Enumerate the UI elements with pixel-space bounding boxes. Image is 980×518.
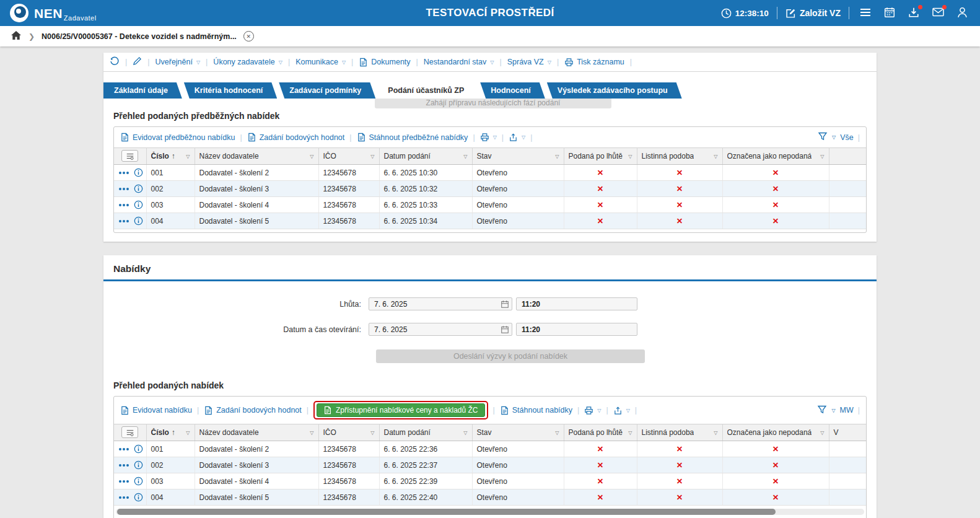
column-header-datum-podani[interactable]: Datum podání▽ <box>379 148 472 165</box>
table-row[interactable]: 004Dodavatel - školení 5123456786. 6. 20… <box>114 489 866 506</box>
print-button[interactable]: ▽ <box>584 406 601 415</box>
toolbar-item-sprava-vz[interactable]: Správa VZ▽ <box>507 58 551 66</box>
close-record-icon[interactable]: ✕ <box>243 31 254 42</box>
action-stahnout-nabidky[interactable]: Stáhnout nabídky <box>500 406 572 415</box>
downloads-button[interactable] <box>906 5 922 21</box>
table-row[interactable]: 001Dodavatel - školení 2123456786. 6. 20… <box>114 165 866 181</box>
create-vz-button[interactable]: Založit VZ <box>785 8 841 19</box>
row-menu-icon[interactable] <box>119 464 129 467</box>
profile-button[interactable] <box>954 5 970 21</box>
messages-button[interactable] <box>930 5 946 21</box>
info-icon[interactable] <box>134 200 143 209</box>
toolbar-item-uverejneni[interactable]: Uveřejnění▽ <box>155 58 201 66</box>
tab-hodnoceni[interactable]: Hodnocení <box>480 82 545 99</box>
column-header-ico[interactable]: IČO▽ <box>318 424 379 441</box>
menu-button[interactable] <box>857 5 873 21</box>
row-menu-icon[interactable] <box>119 220 129 222</box>
export-button[interactable]: ▽ <box>509 133 525 142</box>
filter-caret-icon[interactable]: ▽ <box>463 430 467 436</box>
tab-vysledek-zadavaciho-postupu[interactable]: Výsledek zadávacího postupu <box>547 82 682 99</box>
tab-zakladni-udaje[interactable]: Základní údaje <box>103 82 182 99</box>
action-zpristupneni-nabidkove-ceny-a-nakladu-zc[interactable]: Zpřístupnění nabídkové ceny a nákladů ŽC <box>317 403 484 417</box>
info-icon[interactable] <box>134 476 143 486</box>
filter-caret-icon[interactable]: ▽ <box>555 154 559 159</box>
table-row[interactable]: 001Dodavatel - školení 2123456786. 6. 20… <box>114 441 866 457</box>
tab-kriteria-hodnoceni[interactable]: Kritéria hodnocení <box>184 82 277 99</box>
toolbar-item-dokumenty[interactable]: Dokumenty <box>359 58 410 67</box>
filter-caret-icon[interactable]: ▽ <box>463 154 467 159</box>
filter-caret-icon[interactable]: ▽ <box>820 430 824 436</box>
scrollbar-thumb[interactable] <box>117 509 776 515</box>
view-caret-icon[interactable]: ▽ <box>831 408 835 413</box>
info-icon[interactable] <box>134 444 143 454</box>
action-evidovat-predbeznou-nabidku[interactable]: Evidovat předběžnou nabídku <box>120 133 235 142</box>
column-header-cislo[interactable]: Číslo↑▽ <box>146 424 195 441</box>
table-row[interactable]: 002Dodavatel - školení 3123456786. 6. 20… <box>114 181 866 197</box>
info-icon[interactable] <box>134 216 143 226</box>
calendar-button[interactable] <box>882 5 898 21</box>
column-header-stav[interactable]: Stav▽ <box>472 148 564 165</box>
start-next-phase-button-disabled[interactable]: Zahájí přípravu následujících fází podán… <box>375 99 611 108</box>
nen-logo[interactable]: NEN Zadavatel <box>10 4 97 22</box>
toolbar-item-komunikace[interactable]: Komunikace▽ <box>295 58 346 66</box>
view-caret-icon[interactable]: ▽ <box>832 134 836 140</box>
action-zadani-bodovych-hodnot[interactable]: Zadání bodových hodnot <box>204 406 302 415</box>
toolbar-item-nestandardni-stav[interactable]: Nestandardní stav▽ <box>424 58 494 66</box>
history-back-button[interactable] <box>110 56 120 68</box>
column-header-podana-po-lhute[interactable]: Podaná po lhůtě▽ <box>564 148 637 165</box>
view-selector[interactable]: MW <box>840 406 854 415</box>
column-header-listinna-podoba[interactable]: Listinná podoba▽ <box>637 148 722 165</box>
column-header-oznacena-jako-nepodana[interactable]: Označena jako nepodaná▽ <box>722 148 829 165</box>
column-settings-icon[interactable] <box>121 426 138 438</box>
row-menu-icon[interactable] <box>119 172 129 174</box>
info-icon[interactable] <box>134 184 143 193</box>
deadline-time-field[interactable]: 11:20 <box>516 297 637 310</box>
calendar-icon[interactable] <box>501 300 509 309</box>
column-header-cislo[interactable]: Číslo↑▽ <box>146 148 195 165</box>
row-menu-icon[interactable] <box>119 480 129 483</box>
filter-button[interactable] <box>817 405 827 416</box>
column-header-datum-podani[interactable]: Datum podání▽ <box>379 424 472 441</box>
table-row[interactable]: 003Dodavatel - školení 4123456786. 6. 20… <box>114 197 866 213</box>
info-icon[interactable] <box>134 460 143 470</box>
filter-caret-icon[interactable]: ▽ <box>628 430 632 436</box>
breadcrumb-record[interactable]: N006/25/V00005367 - Detekce vozidel s na… <box>42 32 237 41</box>
filter-caret-icon[interactable]: ▽ <box>628 154 632 159</box>
opening-date-field[interactable]: 7. 6. 2025 <box>369 323 512 336</box>
print-button[interactable]: ▽ <box>480 133 497 142</box>
table-row[interactable]: 004Dodavatel - školení 5123456786. 6. 20… <box>114 213 866 229</box>
column-header-ico[interactable]: IČO▽ <box>318 148 379 165</box>
row-menu-icon[interactable] <box>119 448 129 450</box>
info-icon[interactable] <box>134 493 143 502</box>
filter-caret-icon[interactable]: ▽ <box>370 154 374 159</box>
column-settings-icon[interactable] <box>121 150 138 162</box>
view-selector[interactable]: Vše <box>840 133 854 142</box>
info-icon[interactable] <box>134 168 143 177</box>
action-stahnout-predbezne-nabidky[interactable]: Stáhnout předběžné nabídky <box>357 133 468 142</box>
toolbar-item-tisk-zaznamu[interactable]: Tisk záznamu <box>564 58 624 67</box>
table-row[interactable]: 002Dodavatel - školení 3123456786. 6. 20… <box>114 457 866 473</box>
filter-caret-icon[interactable]: ▽ <box>714 154 717 159</box>
filter-caret-icon[interactable]: ▽ <box>310 154 313 159</box>
opening-time-field[interactable]: 11:20 <box>516 323 637 336</box>
calendar-icon[interactable] <box>501 325 509 334</box>
deadline-date-field[interactable]: 7. 6. 2025 <box>369 297 512 310</box>
column-header-nazev-dodavatele[interactable]: Název dodavatele▽ <box>195 424 318 441</box>
row-menu-icon[interactable] <box>119 188 129 190</box>
filter-button[interactable] <box>818 131 828 143</box>
filter-caret-icon[interactable]: ▽ <box>370 430 374 436</box>
filter-caret-icon[interactable]: ▽ <box>714 430 717 436</box>
column-header-stav[interactable]: Stav▽ <box>472 424 564 441</box>
column-header-nazev-dodavatele[interactable]: Název dodavatele▽ <box>195 148 318 165</box>
home-button[interactable] <box>11 30 22 42</box>
filter-caret-icon[interactable]: ▽ <box>555 430 559 436</box>
row-menu-icon[interactable] <box>119 496 129 499</box>
filter-caret-icon[interactable]: ▽ <box>186 430 190 436</box>
row-menu-icon[interactable] <box>119 204 129 206</box>
filter-caret-icon[interactable]: ▽ <box>820 154 824 159</box>
filter-caret-icon[interactable]: ▽ <box>310 430 313 436</box>
column-header-podana-po-lhute[interactable]: Podaná po lhůtě▽ <box>564 424 637 441</box>
toolbar-item-ukony-zadavatele[interactable]: Úkony zadavatele▽ <box>213 58 282 66</box>
send-invitation-button[interactable]: Odeslání výzvy k podání nabídek <box>376 349 645 363</box>
column-header-listinna-podoba[interactable]: Listinná podoba▽ <box>637 424 722 441</box>
